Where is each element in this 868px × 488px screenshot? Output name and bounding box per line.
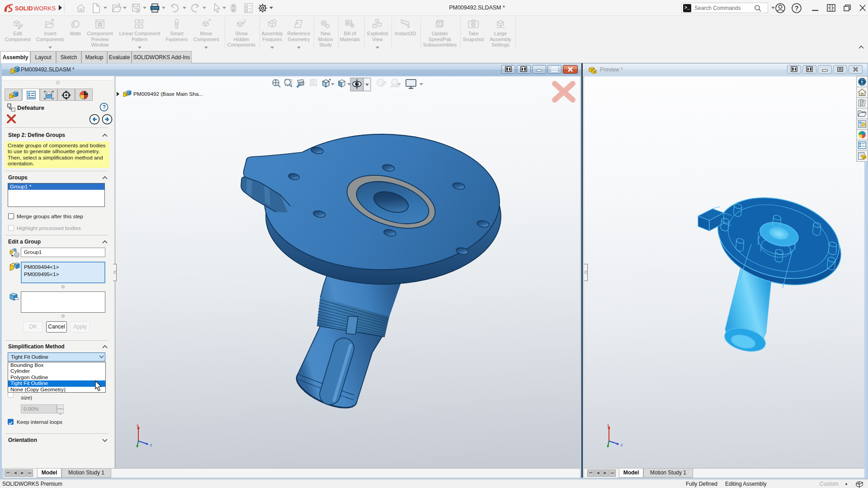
- svg-text:WORKS: WORKS: [33, 5, 56, 12]
- svg-text:?: ?: [103, 104, 106, 110]
- svg-text:z: z: [150, 443, 152, 447]
- svg-text:?: ?: [795, 5, 799, 12]
- svg-text:SOLID: SOLID: [15, 5, 33, 12]
- svg-text:x: x: [137, 423, 139, 427]
- svg-text:z: z: [621, 443, 623, 447]
- svg-text:x: x: [607, 423, 609, 427]
